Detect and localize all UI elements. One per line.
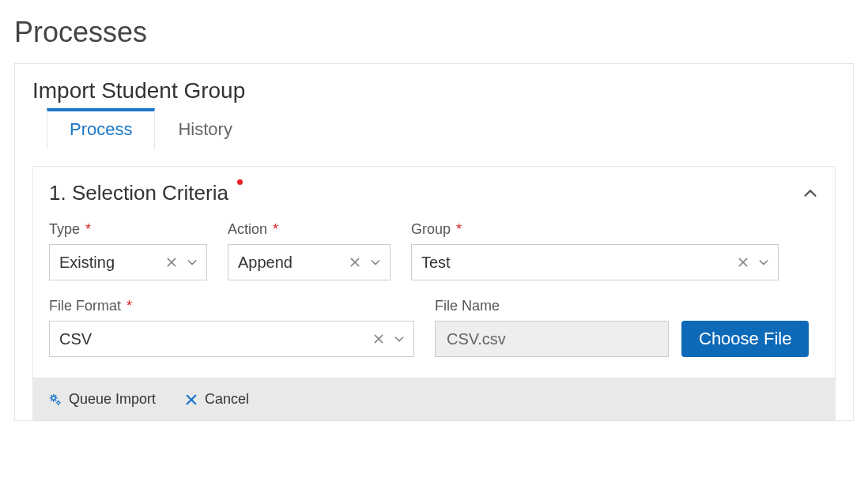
required-marker: * <box>85 221 91 237</box>
label-file-format-text: File Format <box>49 298 121 314</box>
field-file-format: File Format * CSV <box>49 298 414 357</box>
label-action: Action * <box>228 221 391 238</box>
gears-icon <box>48 393 62 407</box>
field-file-name: File Name CSV.csv Choose File <box>435 298 809 357</box>
label-file-name-text: File Name <box>435 298 500 314</box>
choose-file-label: Choose File <box>699 329 791 348</box>
section-header[interactable]: 1. Selection Criteria <box>33 167 835 216</box>
select-type[interactable]: Existing <box>49 244 207 280</box>
svg-point-17 <box>57 401 59 404</box>
choose-file-button[interactable]: Choose File <box>681 321 809 357</box>
label-group: Group * <box>411 221 779 238</box>
chevron-down-icon[interactable] <box>393 333 406 345</box>
panel-title: Import Student Group <box>32 78 836 103</box>
action-bar: Queue Import Cancel <box>32 378 836 420</box>
select-file-format-value: CSV <box>50 330 368 348</box>
svg-line-15 <box>51 399 51 400</box>
select-group[interactable]: Test <box>411 244 779 280</box>
label-type: Type * <box>49 221 207 238</box>
clear-icon[interactable] <box>372 333 385 345</box>
field-action: Action * Append <box>228 221 391 280</box>
required-marker: * <box>126 298 132 314</box>
cancel-button[interactable]: Cancel <box>184 391 249 408</box>
form-body: Type * Existing <box>33 221 835 378</box>
svg-line-16 <box>55 395 56 396</box>
chevron-down-icon[interactable] <box>757 256 770 269</box>
chevron-up-icon <box>802 185 819 202</box>
label-file-name: File Name <box>435 298 809 314</box>
field-group: Group * Test <box>411 221 779 280</box>
queue-import-label: Queue Import <box>69 391 156 408</box>
svg-line-13 <box>51 395 51 396</box>
chevron-down-icon[interactable] <box>369 256 382 269</box>
svg-line-14 <box>55 399 56 400</box>
tabs: Process History <box>47 108 836 150</box>
select-file-format[interactable]: CSV <box>49 321 414 357</box>
close-icon <box>184 393 198 407</box>
select-type-value: Existing <box>50 254 160 272</box>
chevron-down-icon[interactable] <box>186 256 198 269</box>
required-dot-icon <box>237 179 243 185</box>
section-title-text: 1. Selection Criteria <box>49 181 228 205</box>
cancel-label: Cancel <box>205 391 249 408</box>
tab-process[interactable]: Process <box>47 108 155 150</box>
tab-history-label: History <box>178 119 232 139</box>
label-group-text: Group <box>411 221 451 237</box>
required-marker: * <box>273 221 278 237</box>
page-title: Processes <box>14 16 854 49</box>
tab-process-label: Process <box>70 119 132 139</box>
clear-icon[interactable] <box>737 256 749 269</box>
tab-history[interactable]: History <box>155 111 255 150</box>
required-marker: * <box>456 221 462 237</box>
selection-criteria-section: 1. Selection Criteria Type * Existing <box>32 166 836 378</box>
select-group-value: Test <box>412 254 732 272</box>
label-file-format: File Format * <box>49 298 414 314</box>
file-name-input: CSV.csv <box>435 321 669 357</box>
svg-point-8 <box>51 396 55 400</box>
section-title: 1. Selection Criteria <box>49 181 243 205</box>
clear-icon[interactable] <box>349 256 361 269</box>
field-type: Type * Existing <box>49 221 207 280</box>
select-action-value: Append <box>228 254 344 272</box>
select-action[interactable]: Append <box>228 244 391 280</box>
label-type-text: Type <box>49 221 80 237</box>
queue-import-button[interactable]: Queue Import <box>48 391 156 408</box>
clear-icon[interactable] <box>165 256 178 269</box>
label-action-text: Action <box>228 221 267 237</box>
import-panel: Import Student Group Process History 1. … <box>14 63 854 421</box>
file-name-value: CSV.csv <box>447 330 506 348</box>
